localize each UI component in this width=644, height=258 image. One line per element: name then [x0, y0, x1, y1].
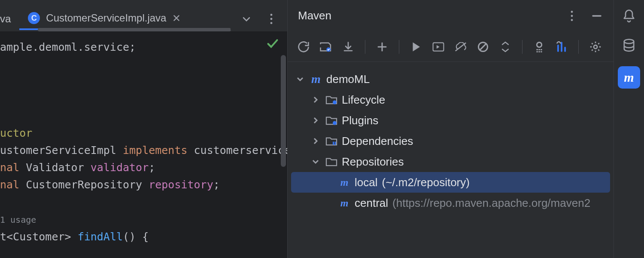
code-token: ; [213, 178, 220, 191]
editor-tab-active-label: CustomerServiceImpl.java [46, 12, 166, 24]
tree-label: central [355, 197, 388, 210]
more-icon[interactable] [565, 9, 578, 22]
code-token: validator [91, 161, 149, 174]
chevron-right-icon[interactable] [310, 115, 321, 126]
inspection-ok-icon[interactable] [267, 38, 279, 55]
tree-repo-central-row[interactable]: m central (https://repo.maven.apache.org… [288, 193, 614, 213]
code-token: ustomerServiceImpl [0, 144, 116, 157]
folder-icon [325, 156, 337, 168]
tree-plugins-row[interactable]: Plugins [288, 110, 614, 131]
svg-point-5 [571, 19, 573, 21]
folder-libs-icon [325, 135, 337, 147]
maven-toolbar [288, 32, 614, 62]
reimport-icon[interactable] [319, 40, 332, 53]
show-diagram-icon[interactable] [555, 40, 568, 53]
editor-tab-prev[interactable]: va [0, 8, 19, 30]
svg-point-12 [333, 121, 337, 125]
code-token: t<Customer> [0, 230, 78, 243]
svg-rect-13 [333, 142, 334, 145]
tree-label: local [355, 176, 377, 189]
code-token: findAll [78, 230, 123, 243]
tab-actions [231, 8, 287, 30]
code-token: uctor [0, 127, 32, 139]
svg-point-3 [571, 11, 573, 13]
svg-point-0 [270, 14, 273, 16]
chevron-down-icon[interactable] [310, 156, 321, 167]
tree-repositories-row[interactable]: Repositories [288, 151, 614, 172]
tree-label: demoML [326, 73, 370, 86]
editor-tab-prev-label: va [0, 13, 11, 25]
code-editor[interactable]: ample.demoml.service; uctor ustomerServi… [0, 32, 287, 258]
chevron-down-icon[interactable] [240, 12, 253, 25]
editor-scrollbar[interactable] [281, 55, 286, 167]
tree-label-detail: (https://repo.maven.apache.org/maven2 [392, 197, 590, 210]
tree-label-detail: (~/.m2/repository) [382, 176, 469, 189]
run-config-icon[interactable] [432, 40, 445, 53]
maven-tool-button[interactable]: m [618, 66, 640, 89]
tab-scrollbar[interactable] [38, 28, 231, 31]
maven-tool-window: Maven [288, 0, 614, 258]
maven-header-actions [565, 9, 603, 22]
tree-label: Dependencies [342, 135, 413, 148]
tree-label: Plugins [342, 114, 378, 127]
collapse-all-icon[interactable] [499, 40, 512, 53]
skip-tests-icon[interactable] [477, 40, 489, 53]
editor-tabs: va C CustomerServiceImpl.java [0, 0, 287, 32]
editor-tab-active[interactable]: C CustomerServiceImpl.java [19, 8, 189, 30]
usage-hint[interactable]: 1 usage [0, 215, 36, 225]
right-tool-stripe: m [614, 0, 644, 258]
svg-point-4 [571, 15, 573, 17]
close-icon[interactable] [172, 14, 181, 22]
tree-lifecycle-row[interactable]: Lifecycle [288, 89, 614, 110]
run-icon[interactable] [410, 40, 422, 53]
more-icon[interactable] [265, 12, 278, 25]
offline-icon[interactable] [454, 40, 467, 53]
toolbar-separator [365, 40, 365, 54]
maven-icon: m [310, 73, 322, 85]
notifications-icon[interactable] [620, 8, 638, 25]
maven-title: Maven [298, 9, 331, 22]
code-token: ample.demoml.service; [0, 41, 136, 53]
code-token: implements [116, 144, 194, 157]
maven-tree: m demoML Lifecycle Plugins Dependencies [288, 62, 614, 258]
svg-rect-14 [335, 142, 336, 145]
chevron-down-icon[interactable] [295, 74, 306, 85]
folder-gear-icon [325, 94, 337, 106]
show-deps-icon[interactable] [533, 40, 546, 53]
code-token: CustomerRepository [26, 178, 149, 191]
database-icon[interactable] [620, 37, 638, 54]
toolbar-separator [522, 40, 522, 54]
svg-point-9 [537, 42, 541, 47]
add-icon[interactable] [376, 40, 389, 53]
svg-point-10 [594, 45, 597, 48]
svg-point-15 [624, 40, 634, 44]
tree-repo-local-row[interactable]: m local (~/.m2/repository) [291, 172, 610, 193]
settings-icon[interactable] [589, 40, 602, 53]
tree-label: Lifecycle [342, 93, 385, 107]
toolbar-separator [578, 40, 579, 54]
code-token: nal [0, 178, 26, 191]
chevron-right-icon[interactable] [310, 94, 321, 105]
code-token: () { [123, 230, 149, 243]
code-token: Validator [26, 161, 91, 174]
code-token: repository [149, 178, 213, 191]
tree-label: Repositories [342, 155, 404, 169]
class-icon: C [28, 12, 40, 24]
code-token: customerservice [194, 144, 287, 157]
svg-point-1 [270, 18, 273, 20]
maven-icon: m [338, 197, 350, 209]
code-token: ; [149, 161, 155, 174]
tree-dependencies-row[interactable]: Dependencies [288, 131, 614, 151]
chevron-right-icon[interactable] [310, 135, 321, 147]
tree-project-row[interactable]: m demoML [288, 69, 614, 89]
maven-header: Maven [288, 0, 614, 32]
maven-icon: m [338, 176, 350, 188]
download-icon[interactable] [342, 40, 355, 53]
minimize-icon[interactable] [590, 9, 603, 22]
toolbar-separator [399, 40, 399, 54]
editor-pane: va C CustomerServiceImpl.java ample.demo… [0, 0, 288, 258]
svg-point-2 [270, 22, 273, 24]
code-token: nal [0, 161, 26, 174]
refresh-icon[interactable] [297, 40, 310, 53]
folder-gear-icon [325, 114, 337, 126]
